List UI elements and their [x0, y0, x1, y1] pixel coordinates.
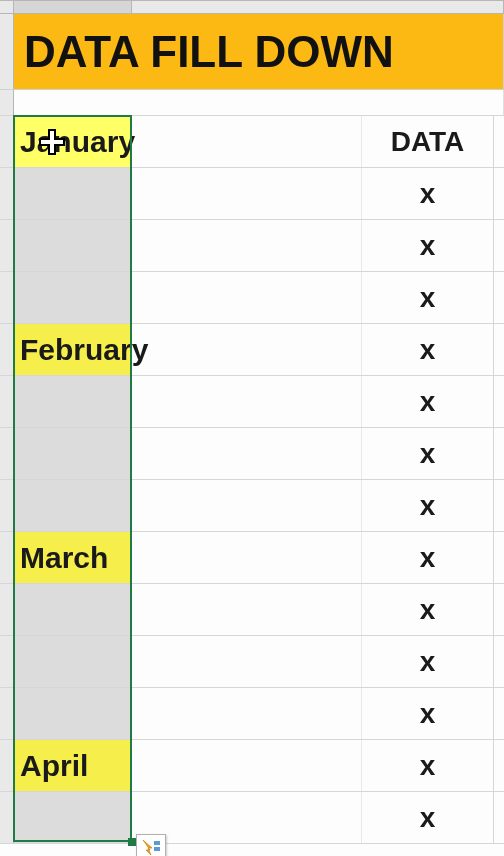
cell[interactable]	[132, 636, 362, 687]
rowhead[interactable]	[0, 636, 14, 687]
cell-month[interactable]	[14, 792, 132, 843]
table-row: x	[0, 428, 504, 480]
spacer-row	[0, 90, 504, 116]
colhead-corner	[0, 0, 14, 13]
rowhead[interactable]	[0, 90, 14, 115]
title-cell[interactable]: DATA FILL DOWN	[14, 14, 504, 89]
spacer-cell[interactable]	[14, 90, 504, 115]
cell[interactable]	[132, 272, 362, 323]
rowhead[interactable]	[0, 14, 14, 89]
cell[interactable]	[132, 168, 362, 219]
cell[interactable]	[132, 376, 362, 427]
cell-data[interactable]: x	[362, 272, 494, 323]
rowhead[interactable]	[0, 584, 14, 635]
rowhead[interactable]	[0, 532, 14, 583]
table-row: x	[0, 272, 504, 324]
month-label: January	[20, 125, 135, 159]
table-row: January DATA	[0, 116, 504, 168]
rowhead[interactable]	[0, 428, 14, 479]
cell-data[interactable]: x	[362, 428, 494, 479]
cell[interactable]	[132, 584, 362, 635]
data-value: x	[420, 542, 436, 574]
rowhead[interactable]	[0, 688, 14, 739]
cell-data[interactable]: x	[362, 480, 494, 531]
rowhead[interactable]	[0, 480, 14, 531]
cell-month[interactable]	[14, 272, 132, 323]
cell-month[interactable]: April	[14, 740, 132, 791]
data-value: x	[420, 750, 436, 782]
cell-data[interactable]: x	[362, 376, 494, 427]
cell-month[interactable]	[14, 688, 132, 739]
cell-month[interactable]	[14, 428, 132, 479]
data-value: x	[420, 698, 436, 730]
cell-data[interactable]: x	[362, 532, 494, 583]
cell[interactable]	[132, 792, 362, 843]
svg-rect-4	[154, 841, 160, 845]
rowhead[interactable]	[0, 168, 14, 219]
cell-month[interactable]	[14, 220, 132, 271]
table-row: x	[0, 168, 504, 220]
cell-data[interactable]: x	[362, 688, 494, 739]
cell-data[interactable]: x	[362, 792, 494, 843]
table-row: x	[0, 584, 504, 636]
data-header: DATA	[391, 126, 465, 158]
rowhead[interactable]	[0, 116, 14, 167]
rowhead[interactable]	[0, 272, 14, 323]
cell[interactable]	[132, 220, 362, 271]
cell[interactable]	[132, 740, 362, 791]
table-row: x	[0, 636, 504, 688]
cell[interactable]	[132, 324, 362, 375]
table-row: x	[0, 480, 504, 532]
cell[interactable]	[132, 688, 362, 739]
table-row: February x	[0, 324, 504, 376]
cell-month[interactable]	[14, 480, 132, 531]
data-value: x	[420, 490, 436, 522]
cell-month[interactable]: March	[14, 532, 132, 583]
table-row: March x	[0, 532, 504, 584]
rowhead[interactable]	[0, 740, 14, 791]
data-value: x	[420, 646, 436, 678]
grid: January DATA x x x February x	[0, 116, 504, 844]
cell[interactable]	[132, 532, 362, 583]
cell-month[interactable]: February	[14, 324, 132, 375]
data-value: x	[420, 230, 436, 262]
colhead-b[interactable]	[14, 0, 132, 13]
cell[interactable]	[132, 116, 362, 167]
data-value: x	[420, 282, 436, 314]
cell-data[interactable]: x	[362, 636, 494, 687]
cell-month[interactable]: January	[14, 116, 132, 167]
fill-handle[interactable]	[128, 838, 136, 846]
cell-data[interactable]: x	[362, 168, 494, 219]
cell[interactable]	[132, 480, 362, 531]
cell-month[interactable]	[14, 168, 132, 219]
svg-rect-5	[154, 847, 160, 851]
month-label: February	[20, 333, 148, 367]
page-title: DATA FILL DOWN	[24, 27, 394, 77]
cell-data[interactable]: x	[362, 740, 494, 791]
colhead-rest[interactable]	[132, 0, 504, 13]
cell-month[interactable]	[14, 636, 132, 687]
data-header-cell[interactable]: DATA	[362, 116, 494, 167]
cell-data[interactable]: x	[362, 220, 494, 271]
data-value: x	[420, 594, 436, 626]
data-value: x	[420, 178, 436, 210]
rowhead[interactable]	[0, 792, 14, 843]
month-label: March	[20, 541, 108, 575]
cell-month[interactable]	[14, 584, 132, 635]
table-row: April x	[0, 740, 504, 792]
table-row: x	[0, 220, 504, 272]
auto-fill-options-button[interactable]	[136, 834, 166, 856]
data-value: x	[420, 802, 436, 834]
table-row: x	[0, 792, 504, 844]
cell-data[interactable]: x	[362, 584, 494, 635]
cell[interactable]	[132, 428, 362, 479]
rowhead[interactable]	[0, 220, 14, 271]
column-headers	[0, 0, 504, 14]
data-value: x	[420, 386, 436, 418]
rowhead[interactable]	[0, 324, 14, 375]
cell-month[interactable]	[14, 376, 132, 427]
rowhead[interactable]	[0, 376, 14, 427]
table-row: x	[0, 688, 504, 740]
month-label: April	[20, 749, 88, 783]
cell-data[interactable]: x	[362, 324, 494, 375]
